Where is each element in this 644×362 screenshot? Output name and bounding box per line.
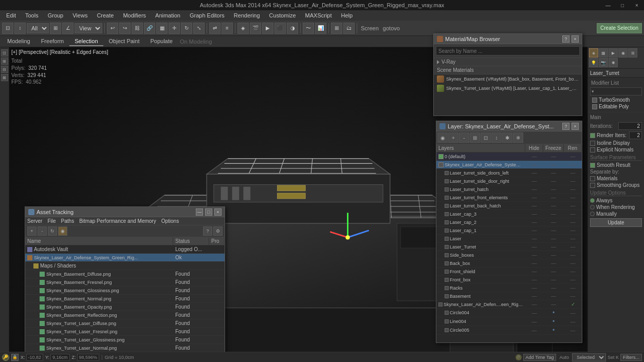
at-menu-server[interactable]: Server bbox=[27, 218, 42, 224]
lp-layer-row-6[interactable]: Laser_turret_back_hatch — — — bbox=[436, 202, 582, 210]
menu-graph-editors[interactable]: Graph Editors bbox=[186, 11, 229, 20]
transform-btn[interactable]: ✛ bbox=[169, 23, 180, 34]
object-type-dropdown[interactable]: All bbox=[27, 23, 49, 33]
lp-layer-row-9[interactable]: Laser_cap_1 — — — bbox=[436, 226, 582, 235]
angle-snap-btn[interactable]: ∠ bbox=[62, 23, 73, 34]
at-file-row-5[interactable]: Skynex_Basement_Reflection.png Found bbox=[25, 311, 225, 319]
mb-material-1[interactable]: Skynex_Turret_Laser (VRayMtl) [Laser, La… bbox=[434, 84, 582, 93]
minimize-button[interactable]: — bbox=[601, 0, 615, 10]
move-btn[interactable]: ↕ bbox=[14, 23, 26, 34]
lp-btn-add[interactable]: + bbox=[448, 132, 458, 143]
restore-button[interactable]: □ bbox=[615, 0, 630, 10]
at-menu-paths[interactable]: Paths bbox=[61, 218, 75, 224]
mb-material-0[interactable]: Skynex_Basement (VRayMtl) [Back_box, Bas… bbox=[434, 74, 582, 84]
lp-layer-row-1[interactable]: Skynex_Laser_Air_Defense_System_Green...… bbox=[436, 161, 582, 169]
lp-layer-row-18[interactable]: Skynex_Laser_Air_Defen....een_Rigged_con… bbox=[436, 300, 582, 309]
menu-customize[interactable]: Customize bbox=[265, 11, 300, 20]
material-browser-titlebar[interactable]: Material/Map Browser ? × bbox=[434, 34, 582, 44]
update-button[interactable]: Update bbox=[590, 218, 642, 227]
at-file-row-7[interactable]: Skynex_Turret_Laser_Fresnel.png Found bbox=[25, 328, 225, 336]
modifier-turbosmt[interactable]: TurboSmooth bbox=[590, 97, 642, 103]
rp-icon-utilities[interactable]: ⊞ bbox=[628, 48, 637, 58]
menu-animation[interactable]: Animation bbox=[151, 11, 185, 20]
at-btn-refresh[interactable]: ↻ bbox=[48, 226, 57, 236]
always-radio[interactable] bbox=[590, 198, 595, 203]
at-btn-settings[interactable]: ⚙ bbox=[213, 226, 223, 236]
when-rendering-radio[interactable] bbox=[590, 205, 595, 209]
lp-btn-delete[interactable]: - bbox=[459, 132, 469, 143]
at-file-row-9[interactable]: Skynex_Turret_Laser_Normal.png Found bbox=[25, 344, 225, 352]
lp-layer-row-21[interactable]: Circle005 — • — bbox=[436, 326, 582, 335]
menu-help[interactable]: Help bbox=[337, 11, 357, 20]
tab-populate[interactable]: Populate bbox=[145, 37, 177, 46]
sidebar-btn-4[interactable]: ⊠ bbox=[1, 74, 8, 81]
bind-btn[interactable]: 🔗 bbox=[144, 23, 155, 34]
iterations-value[interactable]: 2 bbox=[618, 122, 642, 130]
rotate-btn[interactable]: ↻ bbox=[181, 23, 192, 34]
sidebar-btn-2[interactable]: ⊞ bbox=[1, 58, 8, 65]
lp-layer-row-12[interactable]: Side_boxes — — — bbox=[436, 251, 582, 259]
at-vault-row[interactable]: Autodesk Vault Logged O... bbox=[25, 245, 225, 254]
coord-y-value[interactable]: 9,16cm bbox=[50, 354, 70, 361]
undo-btn[interactable]: ↩ bbox=[107, 23, 118, 34]
tab-modeling[interactable]: Modeling bbox=[2, 37, 35, 46]
lp-btn-current-layer[interactable]: ◉ bbox=[437, 132, 448, 143]
mb-help-btn[interactable]: ? bbox=[562, 35, 569, 43]
coord-z-value[interactable]: 98,596% bbox=[77, 354, 100, 361]
lp-layer-row-4[interactable]: Laser_turret_hatch — — — bbox=[436, 185, 582, 194]
at-file-row[interactable]: Skynex_Laser_Air_Defense_System_Green_Ri… bbox=[25, 254, 225, 262]
menu-maxscript[interactable]: MAXScript bbox=[301, 11, 336, 20]
selected-dropdown[interactable]: Selected bbox=[572, 353, 606, 361]
rp-icon-display[interactable]: ◉ bbox=[618, 48, 628, 58]
menu-edit[interactable]: Edit bbox=[2, 11, 20, 20]
scale-btn[interactable]: ⤡ bbox=[193, 23, 205, 34]
lp-layer-row-20[interactable]: Line004 — • — bbox=[436, 317, 582, 326]
link-btn[interactable]: ⛓ bbox=[132, 23, 143, 34]
at-btn-add[interactable]: + bbox=[27, 226, 36, 236]
curve-editor-btn[interactable]: 〜 bbox=[303, 23, 314, 34]
at-col-pro[interactable]: Pro bbox=[209, 237, 225, 245]
align-btn[interactable]: ≡ bbox=[222, 23, 233, 34]
material-btn[interactable]: ◈ bbox=[237, 23, 249, 34]
lp-close-btn[interactable]: × bbox=[572, 123, 579, 130]
lp-layer-row-8[interactable]: Laser_cap_2 — — — bbox=[436, 218, 582, 226]
modifier-dropdown[interactable]: ▾ bbox=[590, 87, 642, 96]
scene-explorer-btn[interactable]: 🗂 bbox=[343, 23, 355, 34]
lp-layer-row-11[interactable]: Laser_Turret — — — bbox=[436, 243, 582, 251]
lp-layer-row-5[interactable]: Laser_turret_front_elements — — — bbox=[436, 194, 582, 202]
at-file-row-6[interactable]: Skynex_Turret_Laser_Diffuse.png Found bbox=[25, 319, 225, 328]
menu-rendering[interactable]: Rendering bbox=[230, 11, 264, 20]
rp-icon-helper[interactable]: ✱ bbox=[609, 58, 618, 67]
tab-selection[interactable]: Selection bbox=[69, 37, 103, 46]
rp-icon-camera[interactable]: 📷 bbox=[599, 58, 608, 67]
at-btn-active[interactable]: ◉ bbox=[58, 226, 67, 236]
mb-close-btn[interactable]: × bbox=[572, 35, 579, 43]
at-menu-file[interactable]: File bbox=[47, 218, 56, 224]
at-maps-folder-row[interactable]: Maps / Shaders bbox=[25, 262, 225, 270]
at-file-row-4[interactable]: Skynex_Basement_Opacity.png Found bbox=[25, 303, 225, 311]
sidebar-btn-1[interactable]: ⊡ bbox=[1, 49, 8, 56]
tab-object-paint[interactable]: Object Paint bbox=[104, 37, 145, 46]
lp-layer-row-2[interactable]: Laser_turret_side_doors_left — — — bbox=[436, 169, 582, 177]
mb-search-input[interactable] bbox=[436, 46, 580, 55]
at-menu-options[interactable]: Options bbox=[161, 218, 179, 224]
at-file-row-8[interactable]: Skynex_Turret_Laser_Glossiness.png Found bbox=[25, 336, 225, 344]
lp-layer-row-15[interactable]: Front_box — — — bbox=[436, 276, 582, 284]
asset-tracking-minimize[interactable]: — bbox=[196, 208, 203, 216]
lp-layer-row-0[interactable]: 0 (default) — — — bbox=[436, 153, 582, 161]
redo-btn[interactable]: ↪ bbox=[119, 23, 131, 34]
menu-create[interactable]: Create bbox=[93, 11, 118, 20]
dope-sheet-btn[interactable]: 📊 bbox=[315, 23, 326, 34]
manually-radio[interactable] bbox=[590, 212, 595, 216]
materials-checkbox[interactable] bbox=[590, 176, 595, 181]
hierarchy-btn[interactable]: ▦ bbox=[156, 23, 168, 34]
mb-materials-list[interactable]: Skynex_Basement (VRayMtl) [Back_box, Bas… bbox=[434, 74, 582, 116]
menu-modifiers[interactable]: Modifiers bbox=[119, 11, 150, 20]
lp-btn-freeze[interactable]: ❄ bbox=[513, 132, 523, 143]
at-btn-help[interactable]: ? bbox=[203, 226, 212, 236]
at-file-row-3[interactable]: Skynex_Basement_Normal.png Found bbox=[25, 295, 225, 303]
explicit-normals-checkbox[interactable] bbox=[590, 147, 595, 153]
at-file-row-2[interactable]: Skynex_Basement_Glossiness.png Found bbox=[25, 287, 225, 295]
render-frame-btn[interactable]: ⬛ bbox=[274, 23, 286, 34]
lp-layer-row-7[interactable]: Laser_cap_3 — — — bbox=[436, 210, 582, 218]
